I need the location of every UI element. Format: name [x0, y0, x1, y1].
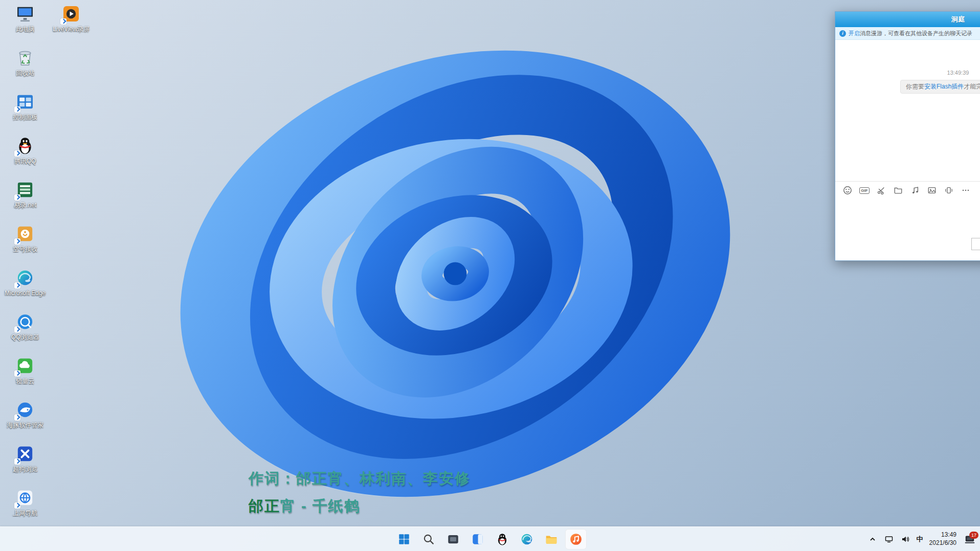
- desktop-icon-column-2: LiveView录屏: [49, 3, 93, 47]
- music-icon[interactable]: [910, 185, 920, 195]
- system-tray: 中 13:49 2021/6/30 17: [867, 527, 977, 551]
- desktop-icon-chaogou[interactable]: 超狗浏览: [3, 443, 47, 487]
- icon-label: 腾讯QQ: [14, 158, 36, 165]
- lyrics-line2-rest: 宵 - 千纸鹤: [280, 498, 360, 514]
- gif-icon[interactable]: GIF: [859, 185, 870, 195]
- windows-logo-icon: [397, 533, 411, 546]
- icon-label: 控制面板: [13, 114, 37, 121]
- image-icon[interactable]: [927, 185, 937, 195]
- shake-window-icon[interactable]: [944, 185, 954, 195]
- edge-icon: [14, 267, 36, 289]
- qq-chat-window: 洞庭 i 开启 消息漫游，可查看在其他设备产生的聊天记录 13:49:39 你需…: [835, 11, 980, 261]
- desktop-icon-liveview[interactable]: LiveView录屏: [49, 3, 93, 47]
- volume-icon[interactable]: [900, 534, 910, 544]
- tray-date: 2021/6/30: [929, 539, 956, 547]
- lyrics-line1: 作词：邰正宵、林利南、李安修: [249, 469, 471, 489]
- notification-count-badge: 17: [969, 532, 978, 539]
- music-player-button-active[interactable]: [565, 529, 587, 549]
- desktop-icon-qq-browser[interactable]: QQ浏览器: [3, 311, 47, 355]
- icon-label: QQ浏览器: [11, 334, 39, 341]
- file-explorer-button[interactable]: [541, 529, 562, 549]
- qingliangyun-icon: [14, 355, 36, 377]
- enable-roaming-link[interactable]: 开启: [849, 30, 860, 37]
- recycle-bin-icon: [14, 47, 36, 69]
- desktop-icon-this-pc[interactable]: 此电脑: [3, 3, 47, 47]
- task-view-button[interactable]: [442, 529, 464, 549]
- taskbar-qq-button[interactable]: [492, 529, 513, 549]
- info-icon: i: [839, 30, 846, 37]
- konghao-icon: [14, 223, 36, 245]
- tray-time: 13:49: [941, 531, 956, 539]
- desktop-icon-haitun-guanjia[interactable]: 海豚软件管家: [3, 399, 47, 443]
- ime-indicator[interactable]: 中: [917, 535, 923, 544]
- icon-label: Microsoft Edge: [5, 290, 46, 297]
- search-icon: [422, 533, 435, 546]
- lyrics-line2: 邰正宵 - 千纸鹤: [249, 496, 471, 517]
- desktop-icon-control-panel[interactable]: 控制面板: [3, 91, 47, 135]
- roaming-notice-text: 消息漫游，可查看在其他设备产生的聊天记录: [860, 30, 972, 37]
- control-panel-icon: [14, 91, 36, 113]
- lyrics-overlay: 作词：邰正宵、林利南、李安修 邰正宵 - 千纸鹤: [249, 469, 471, 517]
- taskbar-center-group: [393, 527, 587, 551]
- clock-and-date[interactable]: 13:49 2021/6/30: [929, 531, 956, 547]
- shangwang-daohang-icon: [14, 487, 36, 509]
- file-folder-icon[interactable]: [893, 185, 903, 195]
- qq-icon: [14, 135, 36, 157]
- qq-input-corner-box: [971, 238, 980, 250]
- desktop-icon-recycle-bin[interactable]: 回收站: [3, 47, 47, 91]
- taskbar: 中 13:49 2021/6/30 17: [0, 526, 980, 551]
- network-status-icon[interactable]: [884, 534, 894, 544]
- taskbar-edge-button[interactable]: [516, 529, 538, 549]
- icon-label: 轻量云: [16, 378, 34, 385]
- more-tools-icon[interactable]: [961, 185, 971, 195]
- qq-browser-icon: [14, 311, 36, 333]
- icon-label: 回收站: [16, 70, 34, 77]
- edge-icon: [520, 533, 533, 546]
- desktop-icon-qingliangyun[interactable]: 轻量云: [3, 355, 47, 399]
- qq-message-input-area[interactable]: [835, 199, 980, 260]
- desktop-icon-microsoft-edge[interactable]: Microsoft Edge: [3, 267, 47, 311]
- system-message-bubble: 你需要安装Flash插件才能完整显示QQ: [900, 80, 980, 94]
- qq-window-title: 洞庭: [951, 15, 965, 24]
- this-pc-icon: [14, 3, 36, 25]
- message-timestamp: 13:49:39: [835, 70, 980, 76]
- tray-overflow-chevron[interactable]: [867, 534, 878, 544]
- screenshot-scissors-icon[interactable]: [876, 185, 886, 195]
- icon-label: 空号接收: [13, 246, 37, 253]
- qq-window-titlebar[interactable]: 洞庭: [835, 12, 980, 27]
- message-text-post: 才能完整显示QQ: [964, 83, 980, 90]
- notification-center-button[interactable]: 17: [963, 533, 977, 545]
- music-note-icon: [569, 533, 583, 546]
- desktop-icon-konghao[interactable]: 空号接收: [3, 223, 47, 267]
- haitun-guanjia-icon: [14, 399, 36, 421]
- qq-roaming-notice-bar: i 开启 消息漫游，可查看在其他设备产生的聊天记录: [835, 27, 980, 40]
- message-text-pre: 你需要: [906, 83, 924, 90]
- icon-label: LiveView录屏: [53, 26, 90, 33]
- search-button[interactable]: [418, 529, 439, 549]
- icon-label: 海豚软件管家: [7, 422, 43, 429]
- lyrics-line2-sung: 邰正: [249, 498, 280, 514]
- qq-penguin-icon: [496, 533, 509, 546]
- yilu-net-icon: [14, 179, 36, 201]
- install-flash-link[interactable]: 安装Flash插件: [924, 83, 964, 90]
- icon-label: 上网导航: [13, 510, 37, 517]
- chaogou-icon: [14, 443, 36, 465]
- icon-label: 易录.net: [14, 202, 36, 209]
- icon-label: 超狗浏览: [13, 466, 37, 473]
- chevron-up-icon: [868, 535, 877, 543]
- desktop-icon-column-1: 此电脑 回收站 控制面板 腾讯QQ 易录.net 空号接收 Mi: [3, 3, 47, 531]
- emoji-icon[interactable]: [842, 185, 853, 195]
- desktop-icon-tencent-qq[interactable]: 腾讯QQ: [3, 135, 47, 179]
- qq-chat-history[interactable]: 13:49:39 你需要安装Flash插件才能完整显示QQ: [835, 40, 980, 181]
- gif-label: GIF: [859, 187, 869, 194]
- task-view-icon: [447, 533, 460, 546]
- liveview-icon: [60, 3, 82, 25]
- start-button[interactable]: [393, 529, 415, 549]
- icon-label: 此电脑: [16, 26, 34, 33]
- wallpaper-bloom: [118, 15, 793, 537]
- widgets-icon: [471, 533, 484, 546]
- desktop-icon-shangwang-daohang[interactable]: 上网导航: [3, 487, 47, 531]
- widgets-button[interactable]: [467, 529, 488, 549]
- qq-input-toolbar: GIF: [835, 181, 980, 199]
- desktop-icon-yilu-net[interactable]: 易录.net: [3, 179, 47, 223]
